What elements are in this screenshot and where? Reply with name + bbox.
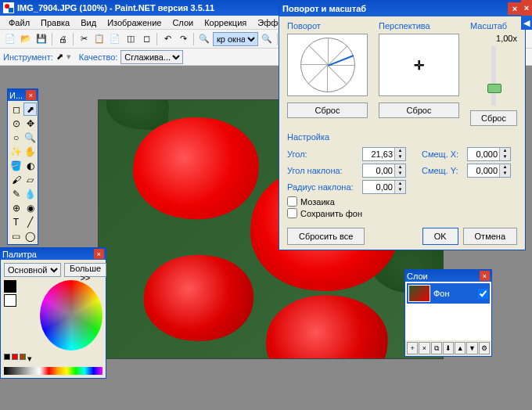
gradient-tool[interactable]: ◐ [23, 159, 37, 172]
cancel-button[interactable]: Отмена [463, 228, 517, 245]
window-close-icon[interactable]: × [521, 0, 532, 16]
reset-persp-button[interactable]: Сброс [379, 102, 459, 118]
tools-palette[interactable]: И... × ◻ ⬈ ⊙ ✥ ○ 🔍 ✨ ✋ 🪣 ◐ 🖌 ▱ ✎ 💧 ⊕ ◉ T… [7, 88, 38, 245]
move-tool[interactable]: ⬈ [23, 102, 37, 116]
pan-tool[interactable]: ✋ [23, 145, 37, 158]
print-button[interactable]: 🖨 [56, 32, 70, 46]
undo-button[interactable]: ↶ [160, 32, 174, 46]
rotate-preview[interactable] [287, 34, 368, 96]
save-button[interactable]: 💾 [34, 32, 49, 46]
palette-strip[interactable] [4, 367, 102, 375]
layer-row[interactable]: Фон [407, 283, 490, 304]
colors-palette[interactable]: Палитра × Основной Больше >> ▾ [0, 247, 106, 379]
magic-wand-tool[interactable]: ✨ [9, 145, 23, 158]
cut-button[interactable]: ✂ [77, 32, 91, 46]
tilt-spinner[interactable]: ▲▼ [362, 164, 406, 178]
picker-tool[interactable]: 💧 [23, 187, 37, 200]
persp-preview[interactable]: ✛ [379, 34, 459, 96]
move-selection-tool[interactable]: ✥ [23, 117, 37, 130]
offy-spinner[interactable]: ▲▼ [467, 164, 511, 178]
line-tool[interactable]: ╱ [23, 215, 37, 228]
close-icon[interactable]: × [26, 90, 36, 100]
quality-label: Качество: [79, 52, 118, 62]
close-icon[interactable]: × [94, 249, 104, 259]
menu-adjust[interactable]: Коррекция [199, 16, 252, 29]
zoom-tool[interactable]: 🔍 [23, 131, 37, 144]
swatches [4, 280, 16, 347]
colors-titlebar[interactable]: Палитра × [1, 248, 106, 260]
primary-swatch[interactable] [4, 280, 16, 293]
eraser-tool[interactable]: ▱ [23, 173, 37, 186]
recent-color[interactable] [4, 354, 10, 360]
chevron-down-icon[interactable]: ▾ [27, 354, 32, 364]
open-button[interactable]: 📂 [19, 32, 33, 46]
up-layer-button[interactable]: ▲ [455, 342, 466, 354]
mosaic-checkbox[interactable] [287, 196, 297, 207]
close-icon[interactable]: × [508, 2, 522, 15]
angle-wheel[interactable] [300, 38, 355, 92]
recolor-tool[interactable]: ◉ [23, 201, 37, 214]
menu-image[interactable]: Изображение [102, 16, 167, 29]
scale-slider[interactable] [491, 46, 496, 106]
layers-titlebar[interactable]: Слои × [405, 270, 491, 282]
add-layer-button[interactable]: + [407, 342, 418, 354]
more-button[interactable]: Больше >> [64, 263, 106, 277]
radius-spinner[interactable]: ▲▼ [362, 180, 406, 194]
close-icon[interactable]: × [480, 271, 490, 281]
layer-visible-checkbox[interactable] [478, 289, 488, 299]
zoom-combo[interactable]: кр окна [213, 32, 258, 46]
shapes-tool[interactable]: ◯ [23, 229, 37, 243]
dialog-titlebar[interactable]: Поворот и масштаб × [279, 1, 525, 16]
keep-bg-checkbox[interactable] [287, 208, 297, 218]
offset-x-label: Смещ. X: [422, 149, 462, 159]
clone-tool[interactable]: ⊕ [9, 201, 23, 214]
offx-spinner[interactable]: ▲▼ [467, 147, 511, 161]
down-layer-button[interactable]: ▼ [466, 342, 477, 354]
title-text: IMG_7904.JPG (100%) - Paint.NET версия 3… [17, 3, 214, 13]
paste-button[interactable]: 📄 [108, 32, 122, 46]
text-tool[interactable]: T [9, 215, 23, 228]
zoom-out-button[interactable]: 🔍 [197, 32, 211, 46]
quality-combo[interactable]: Сглажива... [120, 50, 183, 64]
merge-layer-button[interactable]: ⬇ [443, 342, 454, 354]
layers-title: Слои [407, 272, 428, 281]
menu-edit[interactable]: Правка [35, 16, 75, 29]
reset-scale-button[interactable]: Сброс [470, 110, 517, 126]
rect-select-tool[interactable]: ◻ [9, 102, 23, 116]
menu-layers[interactable]: Слои [167, 16, 199, 29]
lasso-tool[interactable]: ⊙ [9, 117, 23, 130]
reset-all-button[interactable]: Сбросить все [287, 228, 365, 245]
crop-button[interactable]: ◫ [124, 32, 138, 46]
brush-tool[interactable]: 🖌 [9, 173, 23, 186]
rotate-zoom-dialog[interactable]: Поворот и масштаб × Поворот [279, 0, 526, 250]
settings-label: Настройка [287, 132, 517, 142]
recent-color[interactable] [12, 354, 18, 360]
zoom-in-button[interactable]: 🔍 [260, 32, 274, 46]
recent-color[interactable] [20, 354, 26, 360]
deselect-button[interactable]: ◻ [139, 32, 153, 46]
current-tool-icon: ⬈ [56, 52, 63, 62]
new-button[interactable]: 📄 [3, 32, 17, 46]
menu-file[interactable]: Файл [3, 16, 35, 29]
tools-titlebar[interactable]: И... × [8, 89, 38, 101]
ellipse-select-tool[interactable]: ○ [9, 131, 23, 144]
copy-button[interactable]: 📋 [92, 32, 106, 46]
color-mode-combo[interactable]: Основной [4, 263, 61, 277]
reset-rotate-button[interactable]: Сброс [287, 102, 368, 118]
delete-layer-button[interactable]: × [419, 342, 430, 354]
layers-palette[interactable]: Слои × Фон + × ⧉ ⬇ ▲ ▼ ⚙ [404, 269, 492, 357]
ok-button[interactable]: OK [422, 228, 458, 245]
dup-layer-button[interactable]: ⧉ [431, 342, 442, 354]
scale-value: 1,00x [470, 34, 517, 43]
collapse-arrow-icon[interactable]: ◀ [521, 16, 532, 30]
rect-tool[interactable]: ▭ [9, 229, 23, 243]
angle-spinner[interactable]: ▲▼ [362, 147, 406, 161]
secondary-swatch[interactable] [4, 294, 16, 307]
color-wheel[interactable] [40, 280, 102, 351]
scale-section-label: Масштаб [470, 21, 517, 31]
menu-view[interactable]: Вид [75, 16, 102, 29]
pencil-tool[interactable]: ✎ [9, 187, 23, 200]
props-layer-button[interactable]: ⚙ [479, 342, 490, 354]
redo-button[interactable]: ↷ [176, 32, 190, 46]
fill-tool[interactable]: 🪣 [9, 159, 23, 172]
